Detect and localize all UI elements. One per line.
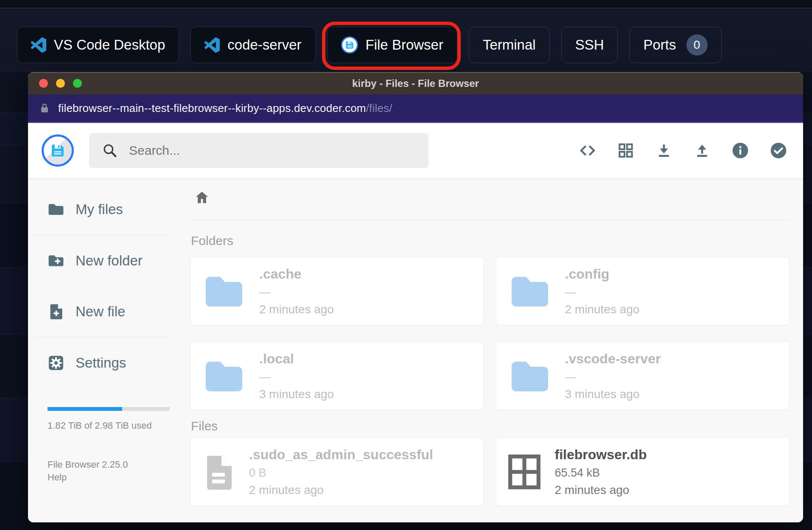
- file-browser-window: kirby - Files - File Browser filebrowser…: [28, 72, 803, 522]
- terminal-button[interactable]: Terminal: [469, 27, 550, 63]
- folders-grid: .cache — 2 minutes ago .config — 2 minut…: [190, 257, 790, 410]
- card-text: .config — 2 minutes ago: [565, 266, 640, 316]
- folder-icon: [508, 273, 551, 309]
- download-icon[interactable]: [655, 142, 672, 159]
- ssh-button[interactable]: SSH: [561, 27, 618, 63]
- sidebar-item-new-file[interactable]: New file: [28, 286, 189, 337]
- file-name: .sudo_as_admin_successful: [249, 447, 433, 463]
- search-box[interactable]: [89, 133, 428, 168]
- app-version: File Browser 2.25.0: [48, 458, 170, 471]
- folders-header: Folders: [191, 234, 790, 248]
- home-icon[interactable]: [193, 189, 210, 206]
- sidebar-footer: File Browser 2.25.0 Help: [48, 458, 170, 484]
- card-text: .cache — 2 minutes ago: [259, 266, 334, 316]
- card-text: filebrowser.db 65.54 kB 2 minutes ago: [555, 447, 647, 497]
- folder-card[interactable]: .config — 2 minutes ago: [496, 257, 790, 325]
- window-titlebar: kirby - Files - File Browser: [28, 72, 803, 95]
- vscode-desktop-label: VS Code Desktop: [54, 37, 165, 53]
- create-new-folder-icon: [47, 251, 65, 270]
- storage-usage-label: 1.82 TiB of 2.98 TiB used: [48, 420, 170, 431]
- file-icon: [202, 453, 235, 491]
- db-grid-icon: [508, 455, 540, 489]
- sidebar-item-label: My files: [76, 201, 123, 218]
- card-text: .local — 3 minutes ago: [259, 351, 334, 401]
- workspace-app-buttons: VS Code Desktop code-server File Browser…: [17, 27, 722, 63]
- folder-card[interactable]: .vscode-server — 3 minutes ago: [496, 342, 790, 410]
- card-text: .sudo_as_admin_successful 0 B 2 minutes …: [249, 447, 433, 497]
- folder-modified: 3 minutes ago: [259, 388, 334, 401]
- folder-size: —: [565, 371, 661, 384]
- storage-progress-fill: [48, 407, 122, 411]
- file-modified: 2 minutes ago: [249, 483, 433, 497]
- folder-icon: [508, 358, 551, 394]
- folder-modified: 3 minutes ago: [565, 388, 661, 401]
- settings-gear-icon: [47, 354, 65, 372]
- window-title: kirby - Files - File Browser: [352, 78, 479, 89]
- folder-name: .config: [565, 266, 640, 282]
- filebrowser-body: My files New folder New file: [28, 178, 803, 522]
- code-server-button[interactable]: code-server: [190, 27, 315, 63]
- breadcrumb: [190, 189, 790, 206]
- url-host: filebrowser--main--test-filebrowser--kir…: [58, 102, 366, 114]
- vscode-icon: [31, 37, 46, 53]
- folder-size: —: [259, 286, 334, 299]
- folder-icon: [47, 200, 65, 219]
- note-add-icon: [47, 302, 65, 321]
- files-header: Files: [191, 419, 790, 433]
- file-name: filebrowser.db: [555, 447, 647, 463]
- sidebar-item-label: Settings: [76, 355, 126, 371]
- storage-usage: 1.82 TiB of 2.98 TiB used: [48, 407, 170, 431]
- sidebar-item-new-folder[interactable]: New folder: [28, 235, 189, 286]
- folder-name: .vscode-server: [565, 351, 661, 367]
- file-browser-button-wrap: File Browser: [327, 27, 457, 63]
- top-strip: [0, 0, 812, 8]
- file-modified: 2 minutes ago: [555, 483, 647, 497]
- file-size: 0 B: [249, 466, 433, 480]
- header-toolbar: [579, 142, 787, 159]
- upload-icon[interactable]: [694, 142, 711, 159]
- select-check-icon[interactable]: [770, 142, 787, 159]
- file-card[interactable]: .sudo_as_admin_successful 0 B 2 minutes …: [190, 438, 484, 506]
- code-view-icon[interactable]: [579, 142, 596, 159]
- ssh-label: SSH: [575, 37, 604, 53]
- vscode-icon: [204, 37, 220, 53]
- sidebar-item-settings[interactable]: Settings: [28, 338, 189, 388]
- info-icon[interactable]: [732, 142, 749, 159]
- floppy-icon: [49, 142, 67, 159]
- code-server-label: code-server: [227, 37, 301, 53]
- files-grid: .sudo_as_admin_successful 0 B 2 minutes …: [190, 438, 790, 506]
- folder-icon: [202, 273, 245, 309]
- url-path: /files/: [366, 102, 392, 114]
- ports-button[interactable]: Ports 0: [629, 27, 721, 63]
- search-icon: [102, 142, 118, 159]
- sidebar-item-my-files[interactable]: My files: [28, 184, 189, 235]
- file-card[interactable]: filebrowser.db 65.54 kB 2 minutes ago: [496, 438, 790, 506]
- ports-label: Ports: [643, 37, 676, 53]
- traffic-lights: [39, 72, 82, 95]
- zoom-window-button[interactable]: [73, 79, 82, 88]
- card-text: .vscode-server — 3 minutes ago: [565, 351, 661, 401]
- browser-url-bar[interactable]: filebrowser--main--test-filebrowser--kir…: [28, 95, 803, 123]
- file-listing: Folders .cache — 2 minutes ago .config —…: [189, 178, 803, 522]
- folder-icon: [202, 358, 245, 394]
- search-input[interactable]: [129, 143, 405, 158]
- close-window-button[interactable]: [39, 79, 48, 88]
- sidebar-item-label: New file: [76, 304, 125, 320]
- file-browser-label: File Browser: [366, 37, 443, 53]
- breadcrumb-divider: [190, 220, 790, 220]
- filebrowser-logo[interactable]: [42, 134, 74, 167]
- file-browser-button[interactable]: File Browser: [327, 27, 457, 63]
- folder-modified: 2 minutes ago: [565, 303, 640, 316]
- ports-count-badge: 0: [686, 34, 708, 56]
- minimize-window-button[interactable]: [56, 79, 65, 88]
- folder-card[interactable]: .local — 3 minutes ago: [190, 342, 484, 410]
- folder-modified: 2 minutes ago: [259, 303, 334, 316]
- folder-card[interactable]: .cache — 2 minutes ago: [190, 257, 484, 325]
- folder-size: —: [259, 371, 334, 384]
- lock-icon: [39, 103, 50, 114]
- vscode-desktop-button[interactable]: VS Code Desktop: [17, 27, 179, 63]
- folder-name: .local: [259, 351, 334, 367]
- grid-view-icon[interactable]: [617, 142, 634, 159]
- help-link[interactable]: Help: [48, 471, 170, 484]
- url-text: filebrowser--main--test-filebrowser--kir…: [58, 102, 392, 115]
